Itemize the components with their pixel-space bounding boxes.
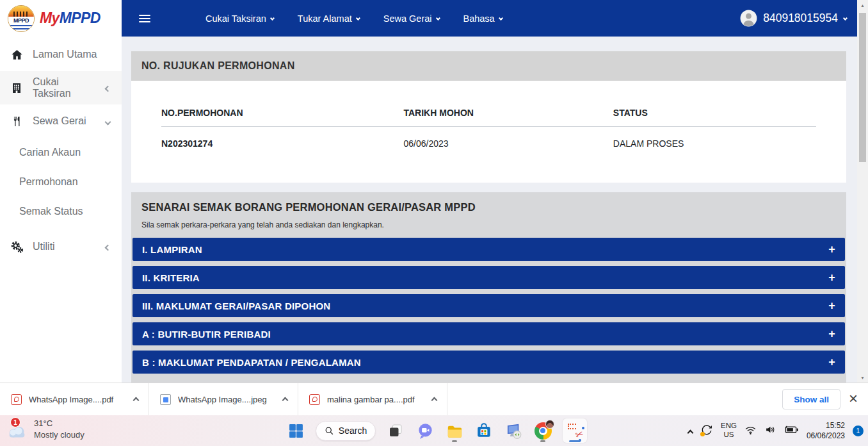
- running-indicator: [452, 440, 457, 442]
- scroll-up-arrow[interactable]: ▲: [857, 0, 868, 10]
- remote-desktop-button[interactable]: [504, 418, 523, 443]
- scrollbar-thumb[interactable]: [859, 13, 866, 162]
- weather-widget[interactable]: 1 31°C Mostly cloudy: [6, 418, 84, 441]
- accordion-maklumat-gerai[interactable]: III. MAKLUMAT GERAI/PASAR DIPOHON +: [133, 294, 845, 317]
- scroll-down-arrow[interactable]: ▼: [857, 372, 868, 383]
- app-logo[interactable]: MPPD MyMPPD: [0, 0, 122, 37]
- chevron-left-icon: [106, 241, 110, 252]
- show-all-button[interactable]: Show all: [782, 389, 840, 409]
- status-badge: DALAM PROSES: [613, 127, 816, 160]
- store-icon: [476, 422, 492, 439]
- sidebar-item-label: Utiliti: [33, 241, 55, 252]
- search-input[interactable]: Search: [316, 421, 376, 441]
- chevron-left-icon: [106, 82, 110, 94]
- sidebar-item-permohonan[interactable]: Permohonan: [0, 167, 122, 197]
- weather-condition-label: Mostly cloudy: [34, 429, 84, 441]
- download-filename: WhatsApp Image....jpeg: [178, 395, 276, 404]
- table-row: N202301274 06/06/2023 DALAM PROSES: [161, 127, 816, 160]
- chevron-down-icon: [106, 115, 110, 127]
- hamburger-menu-icon[interactable]: [139, 15, 150, 22]
- brand-title: MyMPPD: [40, 10, 100, 27]
- close-download-bar-icon[interactable]: ×: [846, 388, 861, 408]
- chat-icon: [417, 422, 434, 440]
- sync-update-icon[interactable]: [700, 424, 713, 437]
- plus-icon: +: [828, 327, 835, 341]
- status-dot: [700, 432, 705, 436]
- reference-table: NO.PERMOHONAN TARIKH MOHON STATUS N20230…: [161, 104, 816, 159]
- start-button[interactable]: [286, 418, 305, 443]
- reference-card-title: NO. RUJUKAN PERMOHONAN: [131, 51, 846, 81]
- accordion-label: I. LAMPIRAN: [142, 244, 202, 255]
- accordion-butir-peribadi[interactable]: A : BUTIR-BUTIR PERIBADI +: [133, 322, 845, 345]
- accordion-label: A : BUTIR-BUTIR PERIBADI: [142, 329, 271, 340]
- brand-mppd: MPPD: [60, 10, 100, 26]
- hidden-icons-chevron[interactable]: [688, 426, 693, 438]
- running-indicator: [540, 440, 545, 442]
- sidebar-item-semak-status[interactable]: Semak Status: [0, 197, 122, 226]
- accordion-label: B : MAKLUMAT PENDAPATAN / PENGALAMAN: [142, 357, 361, 368]
- vertical-scrollbar[interactable]: ▲ ▼: [857, 0, 868, 383]
- column-header: NO.PERMOHONAN: [161, 104, 404, 127]
- weather-badge: 1: [10, 417, 20, 427]
- main-content: NO. RUJUKAN PERMOHONAN NO.PERMOHONAN TAR…: [122, 37, 857, 383]
- sidebar-item-utiliti[interactable]: Utiliti: [0, 230, 122, 263]
- sidebar: MPPD MyMPPD Laman Utama Cukai Taksiran S…: [0, 0, 122, 383]
- emblem-text: MPPD: [8, 17, 34, 24]
- nav-item-label: Sewa Gerai: [383, 13, 432, 24]
- chrome-button[interactable]: [533, 418, 552, 443]
- pdf-file-icon: [309, 394, 320, 405]
- mppd-emblem-icon: MPPD: [8, 5, 35, 32]
- checklist-title: SENARAI SEMAK BORANG PERMOHONAN GERAI/PA…: [131, 192, 846, 213]
- accordion-kriteria[interactable]: II. KRITERIA +: [133, 266, 845, 289]
- brand-my: My: [40, 10, 60, 26]
- active-indicator: [569, 440, 581, 442]
- chevron-up-icon[interactable]: [283, 393, 287, 405]
- language-bottom: US: [721, 431, 737, 440]
- download-filename: WhatsApp Image....pdf: [29, 395, 127, 404]
- wifi-icon[interactable]: [744, 424, 757, 438]
- nav-item-cukai-taksiran[interactable]: Cukai Taksiran: [205, 13, 274, 24]
- chat-button[interactable]: [415, 418, 435, 443]
- volume-icon[interactable]: [764, 424, 776, 438]
- chevron-up-icon[interactable]: [134, 393, 138, 405]
- accordion-lampiran[interactable]: I. LAMPIRAN +: [133, 238, 845, 261]
- microsoft-store-button[interactable]: [474, 418, 494, 443]
- chevron-up-icon[interactable]: [432, 393, 437, 405]
- column-header: STATUS: [613, 104, 816, 127]
- reference-card-body: NO.PERMOHONAN TARIKH MOHON STATUS N20230…: [131, 81, 846, 183]
- checklist-card: SENARAI SEMAK BORANG PERMOHONAN GERAI/PA…: [131, 192, 846, 383]
- sidebar-menu: Laman Utama Cukai Taksiran Sewa Gerai Ca…: [0, 37, 122, 263]
- download-item-3[interactable]: malina gambar pa....pdf: [298, 383, 447, 415]
- task-view-button[interactable]: [386, 418, 405, 443]
- sidebar-item-carian-akaun[interactable]: Carian Akaun: [0, 138, 122, 167]
- download-item-2[interactable]: WhatsApp Image....jpeg: [149, 383, 298, 415]
- nav-item-sewa-gerai[interactable]: Sewa Gerai: [383, 13, 440, 24]
- system-tray: ENG US 15:52 06/06/2023 1: [688, 415, 864, 446]
- home-icon: [9, 49, 24, 61]
- pdf-file-icon: [11, 394, 22, 405]
- download-item-1[interactable]: WhatsApp Image....pdf: [0, 383, 149, 415]
- snipping-tool-button[interactable]: ✂: [563, 418, 587, 443]
- nav-item-bahasa[interactable]: Bahasa: [463, 13, 502, 24]
- clock-widget[interactable]: 15:52 06/06/2023: [807, 420, 845, 441]
- language-indicator[interactable]: ENG US: [721, 422, 737, 440]
- nav-item-tukar-alamat[interactable]: Tukar Alamat: [298, 13, 360, 24]
- notification-badge[interactable]: 1: [853, 425, 864, 436]
- language-top: ENG: [721, 422, 737, 431]
- temperature-label: 31°C: [34, 418, 84, 429]
- date-label: 06/06/2023: [807, 431, 845, 441]
- sidebar-item-laman-utama[interactable]: Laman Utama: [0, 38, 122, 71]
- table-header-row: NO.PERMOHONAN TARIKH MOHON STATUS: [161, 104, 816, 127]
- column-header: TARIKH MOHON: [404, 104, 613, 127]
- user-menu[interactable]: 840918015954: [740, 10, 847, 27]
- plus-icon: +: [828, 299, 835, 313]
- sidebar-item-sewa-gerai[interactable]: Sewa Gerai: [0, 104, 122, 138]
- battery-icon[interactable]: [784, 425, 799, 436]
- chevron-down-icon: [356, 16, 360, 21]
- sidebar-item-label: Carian Akaun: [19, 147, 81, 158]
- sidebar-item-cukai-taksiran[interactable]: Cukai Taksiran: [0, 71, 122, 104]
- file-explorer-button[interactable]: [445, 418, 464, 443]
- taskbar-center: Search ✂: [286, 415, 587, 446]
- accordion-pendapatan[interactable]: B : MAKLUMAT PENDAPATAN / PENGALAMAN +: [133, 351, 845, 374]
- sidebar-item-label: Sewa Gerai: [33, 115, 86, 127]
